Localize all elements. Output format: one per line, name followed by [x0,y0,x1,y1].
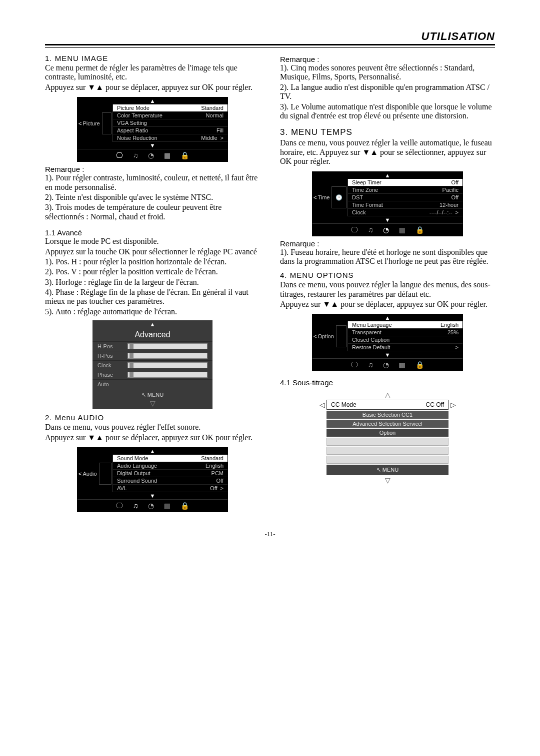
osd-row[interactable]: Aspect RatioFill [113,127,228,134]
osd-icon-strip: 🖵 ♫ ◔ ▦ 🔒 [312,358,462,371]
slider-row[interactable]: H-Pos [92,341,212,351]
page-number: -11- [45,530,495,538]
cc-mode-row[interactable]: CC Mode CC Off [326,400,448,410]
chevron-right-icon[interactable]: ▷ [448,401,458,409]
slider-label: H-Pos [98,353,128,359]
osd-row[interactable]: Surround SoundOff [113,477,228,485]
chevron-right-icon: > [456,344,458,350]
osd-row[interactable]: DSTOff [348,194,462,201]
cc-row[interactable]: Option [326,429,448,437]
osd-row[interactable]: Audio LanguageEnglish [113,462,228,470]
osd-row-label: Color Temperature [117,112,162,118]
osd-row[interactable]: Restore Default> [348,344,462,351]
osd-row-label: Digital Output [117,470,150,476]
cc-mode-label: CC Mode [331,401,356,408]
osd-row[interactable]: Digital OutputPCM [113,470,228,477]
chevron-right-icon: > [220,485,224,491]
chevron-left-icon[interactable]: ◁ [318,401,326,409]
osd-row-label: DST [352,194,363,200]
slider-knob[interactable] [130,362,134,368]
picture-icon [102,112,112,134]
osd-options: ▲ < Option Menu LanguageEnglish Transpar… [312,314,463,371]
slider-knob[interactable] [130,343,134,349]
osd-row[interactable]: VGA Setting [113,119,228,127]
osd-up-arrow-icon: ▲ [312,314,462,321]
osd-category-label: Time [318,194,330,200]
section-options-title: 4. MENU OPTIONS [280,271,495,279]
osd-down-arrow-icon: ▼ [78,142,228,149]
osd-row[interactable]: Noise ReductionMiddle> [113,134,228,142]
tv-icon: 🖵 [351,361,358,369]
slider-knob[interactable] [130,353,134,359]
osd-row-label: VGA Setting [117,120,147,126]
osd-row[interactable]: Time Format12-hour [348,201,462,209]
page-title: UTILISATION [45,30,495,43]
osd-row-value: English [440,322,458,328]
menu-back-label[interactable]: MENU [92,389,212,399]
advanced-p2: Appuyez sur la touche OK pour sélectionn… [45,247,260,256]
options-p1: Dans ce menu, vous pouvez régler la lang… [280,280,495,299]
section-time-title: 3. MENU TEMPS [280,127,495,137]
grid-icon: ▦ [399,361,406,369]
menu-back-label[interactable]: MENU [326,465,448,475]
time-remark-title: Remarque : [280,239,495,248]
clock-icon: ◔ [148,151,154,159]
slider-row[interactable]: H-Pos [92,351,212,360]
audio-icon [99,463,112,485]
lock-icon: 🔒 [180,502,189,510]
osd-icon-strip: 🖵 ♫ ◔ ▦ 🔒 [78,499,228,512]
slider-label: H-Pos [98,343,128,349]
image-remark-2: 2). Teinte n'est disponible qu'avec le s… [45,193,260,202]
chevron-left-icon: < [78,471,82,477]
osd-up-arrow-icon: ▲ [92,320,212,328]
osd-row[interactable]: Color TemperatureNormal [113,112,228,119]
slider-track[interactable] [128,372,208,378]
osd-row-label: Time Format [352,202,383,208]
slider-track[interactable] [128,343,208,349]
osd-row[interactable]: Menu LanguageEnglish [348,321,462,329]
osd-down-arrow-icon: ▼ [78,492,228,499]
slider-track[interactable] [128,353,208,359]
slider-track[interactable] [128,362,208,368]
chevron-left-icon: < [314,194,316,200]
osd-row[interactable]: Transparent25% [348,329,462,336]
osd-row[interactable]: Picture ModeStandard [113,104,228,112]
advanced-l5: 5). Auto : réglage automatique de l'écra… [45,307,260,316]
osd-row[interactable]: AVLOff> [113,485,228,492]
rule-thick [45,44,495,45]
option-icon [336,325,346,347]
music-icon: ♫ [133,151,138,159]
slider-row[interactable]: Clock [92,360,212,370]
advanced-l1: 1). Pos. H : pour régler la position hor… [45,257,260,266]
lock-icon: 🔒 [180,151,189,159]
time-p1: Dans ce menu, vous pouvez régler la veil… [280,138,495,166]
osd-up-arrow-icon: ▲ [78,97,228,104]
osd-row-value: Off [216,478,224,484]
slider-knob[interactable] [130,372,134,378]
osd-row-value: ----/--/--:-- [430,209,452,215]
osd-row-value: Pacific [442,187,458,193]
cc-row[interactable]: Advanced Selection Servicel [326,420,448,428]
osd-picture: ▲ < Picture Picture ModeStandard Color T… [77,97,228,162]
slider-row[interactable]: Auto [92,379,212,389]
osd-row[interactable]: Sleep TimerOff [348,179,462,186]
audio-remark-title: Remarque : [280,55,495,63]
osd-row[interactable]: Time ZonePacific [348,186,462,194]
osd-row[interactable]: Closed Caption [348,336,462,344]
osd-row-value: English [206,463,224,469]
image-desc-1: Ce menu permet de régler les paramètres … [45,63,260,82]
osd-row-value: 12-hour [440,202,458,208]
cc-row[interactable]: Basic Selection CC1 [326,411,448,419]
chevron-left-icon: < [78,120,82,126]
osd-row-value: Off [452,194,458,200]
options-p2: Appuyez sur ▼▲ pour se déplacer, appuyez… [280,300,495,309]
audio-p1: Dans ce menu, vous pouvez régler l'effet… [45,423,260,432]
osd-down-arrow-icon: ▽ [318,475,458,485]
clock-icon: ◔ [383,361,389,369]
osd-down-arrow-icon: ▼ [312,351,462,358]
osd-advanced: ▲ Advanced H-Pos H-Pos Clock Phase Auto … [92,320,212,409]
slider-row[interactable]: Phase [92,370,212,379]
osd-row[interactable]: Clock----/--/--:--> [348,209,462,216]
osd-row[interactable]: Sound ModeStandard [113,455,228,462]
image-desc-2: Appuyez sur ▼▲ pour se déplacer, appuyez… [45,83,260,92]
